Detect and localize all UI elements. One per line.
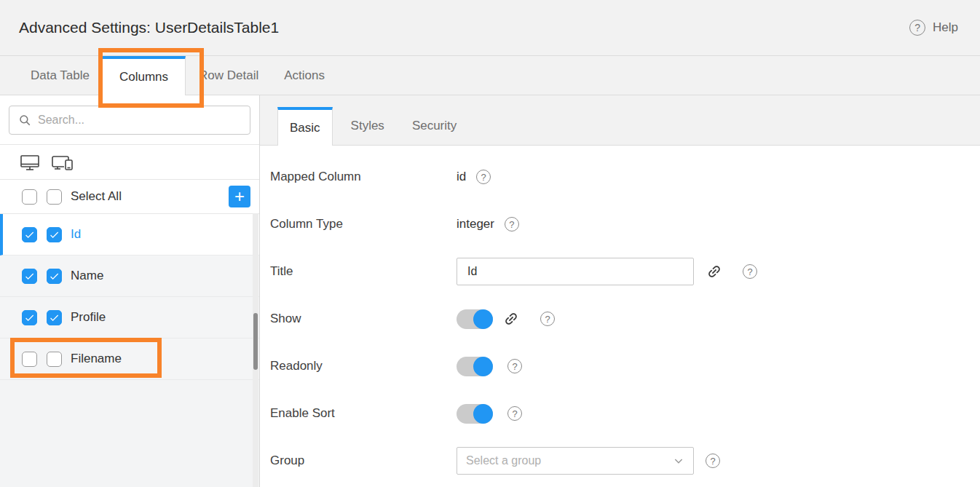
group-label: Group — [270, 454, 457, 468]
column-label-filename: Filename — [71, 352, 122, 366]
tab-basic[interactable]: Basic — [277, 107, 333, 146]
column-type-row: Column Type integer ? — [270, 201, 980, 248]
plus-icon: + — [234, 188, 245, 205]
tab-row-detail[interactable]: Row Detail — [199, 56, 258, 95]
readonly-row: Readonly ? — [270, 343, 980, 389]
tab-styles[interactable]: Styles — [351, 107, 384, 145]
group-help-icon[interactable]: ? — [706, 454, 720, 468]
content: Select All + Id Name Profile — [0, 95, 980, 487]
column-type-value: integer — [457, 217, 494, 231]
readonly-toggle[interactable] — [457, 357, 493, 376]
show-row: Show ? — [270, 296, 980, 342]
basic-form: Mapped Column id ? Column Type integer ?… — [260, 146, 980, 484]
select-all-desktop-checkbox[interactable] — [22, 189, 37, 205]
mapped-column-value: id — [457, 170, 466, 184]
show-help-icon[interactable]: ? — [540, 312, 555, 326]
page-title: Advanced Settings: UserDetailsTable1 — [19, 19, 279, 36]
device-toggle-row — [0, 145, 259, 180]
column-type-help-icon[interactable]: ? — [505, 217, 519, 231]
title-row: Title ? — [270, 248, 980, 295]
desktop-icon[interactable] — [18, 152, 42, 173]
panel-tab-bar: Basic Styles Security — [260, 95, 980, 146]
tab-data-table[interactable]: Data Table — [31, 56, 90, 95]
advanced-settings-window: Advanced Settings: UserDetailsTable1 ? H… — [0, 0, 980, 487]
column-row-name[interactable]: Name — [0, 256, 259, 297]
readonly-label: Readonly — [270, 359, 457, 373]
show-toggle[interactable] — [457, 309, 493, 329]
search-input[interactable] — [38, 114, 241, 127]
column-label-profile: Profile — [71, 310, 106, 325]
enable-sort-label: Enable Sort — [270, 406, 457, 421]
sidebar-filler — [0, 380, 259, 487]
tab-actions[interactable]: Actions — [284, 56, 325, 95]
main-tab-bar: Data Table Columns Row Detail Actions — [0, 56, 980, 95]
search-icon — [18, 114, 31, 127]
id-desktop-checkbox[interactable] — [22, 227, 37, 242]
help-label: Help — [933, 20, 958, 35]
enable-sort-help-icon[interactable]: ? — [507, 406, 522, 421]
show-link-binding-icon[interactable] — [503, 311, 519, 327]
filename-desktop-checkbox[interactable] — [22, 352, 37, 367]
columns-sidebar: Select All + Id Name Profile — [0, 95, 260, 487]
enable-sort-row: Enable Sort ? — [270, 390, 980, 437]
help-button[interactable]: ? Help — [909, 20, 958, 36]
mapped-column-help-icon[interactable]: ? — [476, 170, 491, 184]
mapped-column-row: Mapped Column id ? — [270, 154, 980, 200]
tab-columns[interactable]: Columns — [102, 56, 186, 95]
title-input[interactable] — [457, 258, 694, 285]
help-circle-icon: ? — [909, 20, 925, 36]
enable-sort-toggle[interactable] — [457, 404, 493, 424]
readonly-help-icon[interactable]: ? — [507, 359, 522, 373]
title-label: Title — [270, 264, 457, 279]
select-all-mobile-checkbox[interactable] — [47, 189, 62, 205]
group-row: Group Select a group ? — [270, 437, 980, 484]
column-type-label: Column Type — [270, 217, 457, 231]
name-mobile-checkbox[interactable] — [47, 269, 62, 284]
select-all-label: Select All — [71, 189, 122, 204]
add-column-button[interactable]: + — [229, 186, 250, 207]
id-mobile-checkbox[interactable] — [47, 227, 62, 242]
profile-desktop-checkbox[interactable] — [22, 310, 37, 325]
search-container — [0, 95, 259, 145]
group-select[interactable]: Select a group — [457, 447, 694, 475]
profile-mobile-checkbox[interactable] — [47, 310, 62, 325]
title-help-icon[interactable]: ? — [743, 264, 757, 279]
column-label-id: Id — [71, 227, 81, 242]
chevron-down-icon — [673, 455, 684, 467]
column-row-filename[interactable]: Filename — [0, 338, 259, 380]
show-label: Show — [270, 312, 457, 326]
column-row-profile[interactable]: Profile — [0, 297, 259, 338]
filename-mobile-checkbox[interactable] — [47, 352, 62, 367]
select-all-row: Select All + — [0, 180, 259, 214]
devices-icon[interactable] — [51, 152, 76, 173]
search-box — [9, 106, 250, 135]
header: Advanced Settings: UserDetailsTable1 ? H… — [0, 0, 980, 56]
column-label-name: Name — [71, 269, 103, 283]
mapped-column-label: Mapped Column — [270, 170, 457, 184]
group-select-placeholder: Select a group — [466, 454, 541, 467]
column-row-id[interactable]: Id — [0, 214, 259, 256]
column-settings-panel: Basic Styles Security Mapped Column id ?… — [260, 95, 980, 487]
sidebar-scrollbar-thumb[interactable] — [253, 313, 258, 370]
tab-security[interactable]: Security — [412, 107, 457, 145]
name-desktop-checkbox[interactable] — [22, 269, 37, 284]
link-binding-icon[interactable] — [706, 264, 722, 280]
